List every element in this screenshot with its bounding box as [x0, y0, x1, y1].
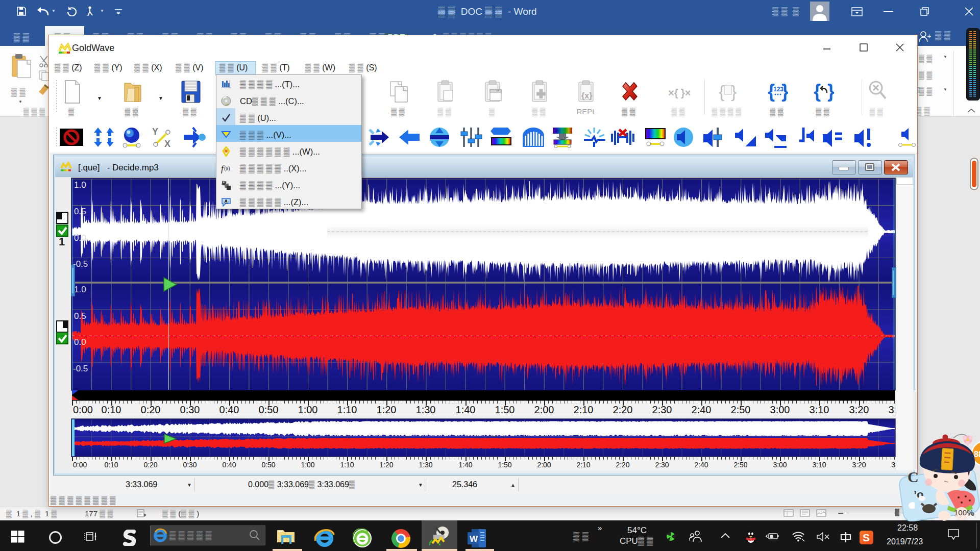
svg-text:}: } — [731, 82, 737, 101]
svg-text:123: 123 — [773, 86, 783, 93]
svg-text:-0.5: -0.5 — [73, 364, 88, 373]
svg-text:C: C — [908, 468, 919, 485]
svg-text:W: W — [470, 534, 478, 544]
svg-text:}: } — [827, 81, 834, 102]
svg-text:×{ }×: ×{ }× — [668, 87, 691, 98]
svg-text:0.5: 0.5 — [74, 311, 86, 321]
svg-text:{: { — [719, 82, 724, 101]
svg-text:X: X — [164, 139, 170, 148]
svg-text:88: 88 — [974, 450, 980, 459]
svg-text:1.0: 1.0 — [74, 285, 86, 294]
svg-text:0.5: 0.5 — [74, 207, 86, 216]
svg-text:{x}: {x} — [581, 91, 592, 100]
svg-text:{: { — [814, 81, 821, 102]
svg-text:0.0: 0.0 — [74, 337, 86, 347]
svg-text:(x): (x) — [224, 166, 230, 171]
svg-text:1.0: 1.0 — [74, 180, 86, 190]
svg-text:0.0: 0.0 — [74, 233, 86, 243]
svg-text:-0.5: -0.5 — [73, 259, 88, 269]
svg-text:Y: Y — [152, 127, 158, 137]
